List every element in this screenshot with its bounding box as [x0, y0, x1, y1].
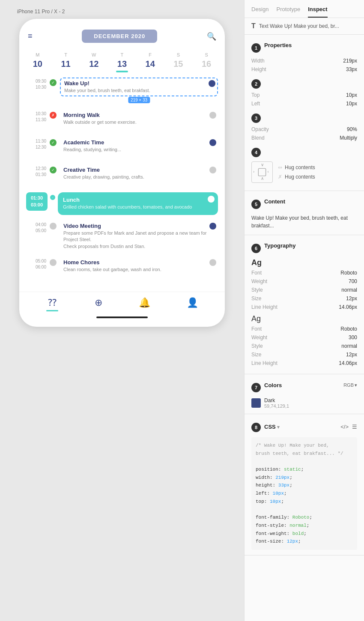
device-label: iPhone 11 Pro / X - 2: [17, 9, 65, 15]
grid-icon: ⁇: [48, 297, 57, 308]
css-line-width: width: 219px;: [256, 474, 353, 482]
typo-sample-2: Ag: [251, 314, 357, 323]
profile-icon: 👤: [187, 297, 198, 308]
event-video-title: Video Meeting: [63, 223, 215, 229]
day-letter-sat: S: [177, 52, 180, 57]
event-walk-content[interactable]: Morning Walk Walk outside or get some ex…: [60, 110, 218, 127]
event-creative-title: Creative Time: [63, 167, 215, 173]
rgb-dropdown[interactable]: RGB ▾: [343, 382, 357, 388]
status-dot-chores: [50, 259, 57, 266]
color-swatch-row: Dark 59,74,129,1: [251, 397, 357, 409]
css-code-icon[interactable]: </>: [340, 424, 349, 430]
day-col-thu[interactable]: T 13: [111, 52, 133, 72]
event-wakeup[interactable]: 09:30 10:30 ✓ Wake Up! Make your bed, br…: [26, 78, 218, 104]
content-text: Wake Up! Make your bed, brush teeth, eat…: [251, 214, 357, 230]
event-walk-badge: [209, 112, 216, 119]
day-col-sun[interactable]: S 16: [196, 52, 217, 72]
day-letter-mon: M: [36, 52, 39, 57]
event-lunch-content[interactable]: Lunch Grilled chicken salad with cucumbe…: [58, 192, 218, 215]
event-wakeup-status: ✓: [50, 78, 60, 86]
day-row: M 10 T 11 W 12 T 13 F 14 S 15: [19, 47, 225, 74]
css-section: 8 CSS ▾ </> ☰ /* Wake Up! Make your bed,…: [245, 414, 364, 555]
bottom-nav: ⁇ ⊕ 🔔 👤: [19, 292, 225, 313]
nav-bell[interactable]: 🔔: [139, 297, 150, 311]
day-col-fri[interactable]: F 14: [140, 52, 161, 72]
day-letter-sun: S: [205, 52, 208, 57]
event-creative-badge: [209, 167, 216, 173]
event-wakeup-content[interactable]: Wake Up! Make your bed, brush teeth, eat…: [60, 78, 218, 96]
color-swatch-dark: [251, 398, 261, 408]
prop-font1: Font Roboto: [251, 270, 357, 276]
day-col-mon[interactable]: M 10: [27, 52, 48, 72]
event-wakeup-title: Wake Up!: [64, 80, 214, 87]
event-creative-content[interactable]: Creative Time Creative play, drawing, pa…: [60, 165, 218, 182]
day-number-sun: 16: [202, 59, 211, 69]
css-line-height: height: 33px;: [256, 481, 353, 490]
nav-profile[interactable]: 👤: [187, 297, 198, 311]
css-comment: /* Wake Up! Make your bed,brush teeth, e…: [256, 442, 353, 457]
event-creative[interactable]: 12:30 01:30 ✓ Creative Time Creative pla…: [26, 165, 218, 186]
status-dot-creative: ✓: [50, 167, 57, 173]
event-walk-title: Morning Walk: [63, 112, 215, 118]
tab-inspect[interactable]: Inspect: [308, 6, 328, 18]
prop-size1: Size 12px: [251, 296, 357, 302]
prop-lineheight1: Line Height 14.06px: [251, 304, 357, 310]
nav-add[interactable]: ⊕: [95, 297, 102, 311]
bell-icon: 🔔: [139, 297, 150, 308]
css-line-font-size: font-size: 12px;: [256, 537, 353, 546]
event-chores-title: Home Chores: [63, 259, 215, 266]
svg-text:∧: ∧: [261, 176, 264, 181]
event-academic-time: 11:30 12:30: [26, 137, 50, 150]
prop-weight1: Weight 700: [251, 278, 357, 284]
event-morning-walk[interactable]: 10:30 11:30 ✗ Morning Walk Walk outside …: [26, 110, 218, 131]
day-col-tue[interactable]: T 11: [55, 52, 77, 72]
hug-vertical-label: ✗ Hug contents: [278, 174, 315, 180]
prop-font2: Font Roboto: [251, 326, 357, 332]
css-menu-icon[interactable]: ☰: [352, 424, 357, 430]
right-panel: Design Prototype Inspect T Text Wake Up!…: [244, 0, 364, 621]
svg-text:∨: ∨: [261, 162, 264, 167]
tab-bar: Design Prototype Inspect: [245, 0, 364, 18]
event-video-status: [50, 221, 60, 230]
event-walk-time: 10:30 11:30: [26, 110, 50, 123]
events-list: 09:30 10:30 ✓ Wake Up! Make your bed, br…: [19, 74, 225, 288]
event-lunch-status: ·: [48, 192, 58, 201]
event-creative-desc: Creative play, drawing, painting, crafts…: [63, 174, 215, 180]
event-lunch[interactable]: 01:30 03:00 · Lunch Grilled chicken sala…: [26, 192, 218, 215]
event-chores-status: [50, 257, 60, 266]
num-5: 5: [251, 200, 261, 209]
event-academic-desc: Reading, studying, writing...: [63, 146, 215, 153]
add-icon: ⊕: [95, 297, 102, 308]
day-letter-wed: W: [92, 52, 96, 57]
hug-contents-container: › ‹ ∨ ∧ ⇔ Hug contents ✗ Hug contents: [251, 161, 357, 183]
prop-style2: Style normal: [251, 343, 357, 349]
text-preview-bar: T Text Wake Up! Make your bed, br...: [245, 18, 364, 35]
prop-weight2: Weight 300: [251, 334, 357, 340]
day-number-fri: 14: [146, 59, 155, 69]
search-icon[interactable]: 🔍: [207, 32, 216, 41]
content-title: Content: [264, 198, 285, 205]
num-3: 3: [251, 113, 261, 123]
day-col-wed[interactable]: W 12: [83, 52, 104, 72]
day-col-sat[interactable]: S 15: [167, 52, 189, 72]
event-chores-content[interactable]: Home Chores Clean rooms, take out garbag…: [60, 257, 218, 275]
css-line-position: position: static;: [256, 466, 353, 474]
svg-text:›: ›: [253, 169, 254, 174]
tab-prototype[interactable]: Prototype: [276, 6, 300, 18]
event-academic-title: Academic Time: [63, 139, 215, 146]
event-academic[interactable]: 11:30 12:30 ✓ Academic Time Reading, stu…: [26, 137, 218, 159]
day-number-thu: 13: [117, 59, 127, 69]
event-chores[interactable]: 05:00 06:00 Home Chores Clean rooms, tak…: [26, 257, 218, 279]
event-video-content[interactable]: Video Meeting Prepare some PDFs for Mark…: [60, 221, 218, 251]
nav-home[interactable]: ⁇: [46, 297, 58, 311]
colors-section: 7 Colors RGB ▾ Dark 59,74,129,1: [245, 374, 364, 414]
day-letter-thu: T: [121, 52, 124, 57]
hamburger-icon[interactable]: ≡: [28, 32, 33, 41]
event-academic-content[interactable]: Academic Time Reading, studying, writing…: [60, 137, 218, 155]
num-8: 8: [251, 423, 261, 432]
event-chores-time: 05:00 06:00: [26, 257, 50, 270]
event-video[interactable]: 04:00 05:00 Video Meeting Prepare some P…: [26, 221, 218, 251]
event-walk-desc: Walk outside or get some exercise.: [63, 119, 215, 125]
tab-design[interactable]: Design: [251, 6, 269, 18]
css-line-font-weight: font-weight: bold;: [256, 530, 353, 538]
